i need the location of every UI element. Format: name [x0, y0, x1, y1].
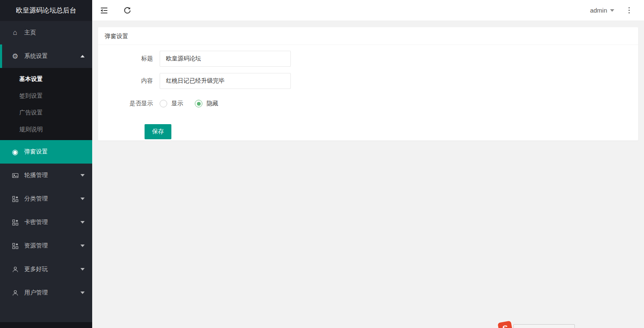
title-label: 标题 [98, 55, 153, 62]
sidebar-item-more-fun[interactable]: 更多好玩 [0, 258, 92, 281]
popup-settings-card: 弹窗设置 标题 内容 是否显示 显示 隐藏 [98, 27, 638, 141]
chevron-down-icon [80, 268, 85, 271]
more-menu-button[interactable] [620, 4, 636, 17]
sidebar-item-label: 用户管理 [24, 289, 48, 297]
popup-settings-form: 标题 内容 是否显示 显示 隐藏 [98, 45, 638, 139]
content-input[interactable] [160, 73, 291, 89]
title-input[interactable] [160, 51, 291, 67]
content-label: 内容 [98, 77, 153, 85]
sidebar-item-label: 系统设置 [24, 52, 48, 60]
gear-icon: ⚙ [11, 52, 19, 61]
save-button[interactable]: 保存 [145, 124, 171, 139]
display-option-row: 是否显示 显示 隐藏 [98, 96, 638, 112]
user-icon [11, 289, 19, 297]
sidebar-menu: ⌂ 主页 ⚙ 系统设置 基本设置 签到设置 广告设置 规则说明 ◉ 弹窗设置 轮… [0, 21, 92, 305]
content-field-row: 内容 [98, 73, 638, 89]
sidebar-item-resource-management[interactable]: 资源管理 [0, 234, 92, 258]
radio-hide-circle [195, 100, 202, 107]
card-title: 弹窗设置 [98, 27, 638, 45]
app-title: 欧皇源码论坛总后台 [0, 0, 92, 21]
refresh-button[interactable] [116, 0, 139, 21]
topbar: admin [92, 0, 644, 21]
chevron-down-icon [80, 198, 85, 200]
sidebar-item-category-management[interactable]: 分类管理 [0, 187, 92, 211]
toolbar-logo-icon: S [497, 320, 513, 328]
sidebar-item-label: 弹窗设置 [24, 148, 48, 156]
main-content: 弹窗设置 标题 内容 是否显示 显示 隐藏 [92, 21, 644, 328]
radio-show[interactable]: 显示 [160, 100, 183, 107]
sidebar-item-label: 分类管理 [24, 195, 48, 203]
display-label: 是否显示 [98, 100, 153, 107]
screenshot-toolbar[interactable]: S ⌂ ◷ ▣ ◍ ▤ ◉ ▥ [499, 322, 575, 328]
carousel-icon [11, 172, 19, 179]
sidebar-item-label: 卡密管理 [24, 219, 48, 226]
chevron-up-icon [80, 55, 85, 57]
toolbar-icon-bar: ⌂ ◷ ▣ ◍ ▤ ◉ ▥ [513, 324, 575, 328]
sidebar-subitem-basic-settings[interactable]: 基本设置 [0, 70, 92, 87]
sidebar-item-popup-settings[interactable]: ◉ 弹窗设置 [0, 140, 92, 164]
chevron-down-icon [80, 174, 85, 177]
sidebar-submenu-system-settings: 基本设置 签到设置 广告设置 规则说明 [0, 68, 92, 140]
sidebar: 欧皇源码论坛总后台 ⌂ 主页 ⚙ 系统设置 基本设置 签到设置 广告设置 规则说… [0, 0, 92, 328]
sidebar-item-system-settings[interactable]: ⚙ 系统设置 [0, 44, 92, 68]
refresh-icon [123, 6, 132, 15]
component-icon [11, 219, 19, 226]
chevron-down-icon [80, 245, 85, 247]
sidebar-item-card-key-management[interactable]: 卡密管理 [0, 211, 92, 234]
radio-show-circle [160, 100, 167, 107]
chevron-down-icon [610, 9, 614, 12]
username-label: admin [590, 7, 607, 14]
sidebar-item-label: 更多好玩 [24, 266, 48, 273]
home-icon: ⌂ [11, 29, 19, 37]
component-icon [11, 195, 19, 203]
radio-show-label: 显示 [171, 100, 183, 107]
sidebar-subitem-ad-settings[interactable]: 广告设置 [0, 104, 92, 121]
radio-hide-label: 隐藏 [207, 100, 218, 107]
chevron-down-icon [80, 292, 85, 294]
radio-hide[interactable]: 隐藏 [195, 100, 218, 107]
sidebar-item-carousel-management[interactable]: 轮播管理 [0, 164, 92, 187]
sidebar-footer [0, 322, 92, 328]
sidebar-item-label: 资源管理 [24, 242, 48, 250]
title-field-row: 标题 [98, 51, 638, 67]
user-icon [11, 266, 19, 273]
sidebar-subitem-checkin-settings[interactable]: 签到设置 [0, 87, 92, 104]
sidebar-item-label: 轮播管理 [24, 172, 48, 179]
display-radio-group: 显示 隐藏 [160, 100, 218, 107]
topbar-right: admin [584, 4, 644, 17]
chevron-down-icon [80, 221, 85, 224]
component-icon [11, 242, 19, 250]
sidebar-item-user-management[interactable]: 用户管理 [0, 281, 92, 305]
sidebar-item-home[interactable]: ⌂ 主页 [0, 21, 92, 44]
sidebar-item-label: 主页 [24, 29, 36, 36]
collapse-sidebar-button[interactable] [92, 0, 116, 21]
dot-circle-icon: ◉ [11, 148, 19, 156]
user-dropdown[interactable]: admin [584, 7, 620, 14]
sidebar-subitem-rules[interactable]: 规则说明 [0, 121, 92, 138]
collapse-sidebar-icon [99, 6, 109, 15]
